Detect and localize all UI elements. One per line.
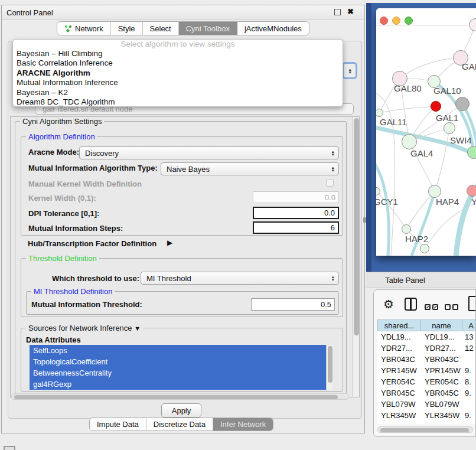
table-horizontal-thumb[interactable] — [380, 428, 469, 432]
mi-threshold-group: MI Threshold Definition Mutual Informati… — [26, 291, 339, 315]
network-node-gal4[interactable] — [402, 134, 417, 149]
tab-cyni-toolbox[interactable]: Cyni Toolbox — [179, 22, 237, 35]
node-label: GAL10 — [433, 86, 461, 96]
screen: Control Panel ✖ Network Style Select — [0, 0, 476, 450]
tab-label: Infer Network — [220, 420, 266, 429]
algorithm-definition-group: Algorithm Definition Aracne Mode: Discov… — [21, 136, 343, 236]
mi-algorithm-type-label: Mutual Information Algorithm Type: — [28, 164, 158, 172]
apply-button[interactable]: Apply — [161, 403, 201, 418]
table-row[interactable]: YPR145WYPR145W9. — [377, 365, 476, 376]
mi-steps-label: Mutual Information Steps: — [28, 224, 123, 233]
import-table-icon[interactable] — [468, 296, 476, 311]
gear-icon[interactable]: ⚙ — [383, 297, 394, 311]
table-window: ⚙ ✓✓ shared... name A YDL19...YDL19...13… — [373, 289, 476, 437]
docked-panel-icon[interactable] — [4, 446, 15, 450]
table-row[interactable]: YLR345WYLR345W9. — [377, 410, 476, 421]
tab-infer-network[interactable]: Infer Network — [213, 418, 273, 431]
dropdown-item-selected[interactable]: ARACNE Algorithm — [13, 69, 343, 78]
sources-title: Sources for Network Inference — [28, 324, 132, 332]
expand-right-icon[interactable]: ▶ — [167, 239, 172, 247]
group-title[interactable]: Sources for Network Inference ▼ — [26, 324, 143, 332]
network-node[interactable] — [420, 244, 429, 253]
group-title: Threshold Definition — [26, 254, 99, 263]
table-row[interactable]: YBR043CYBR043C — [377, 354, 476, 365]
settings-vertical-thumb[interactable] — [354, 118, 359, 335]
manual-kernel-width-checkbox[interactable] — [326, 179, 334, 187]
settings-horizontal-thumb[interactable] — [14, 395, 338, 399]
collapse-down-icon[interactable]: ▼ — [134, 325, 141, 332]
aracne-mode-combo[interactable]: Discovery ▲▼ — [79, 146, 339, 159]
node-label: Y — [471, 197, 476, 207]
table-horizontal-scrollbar[interactable] — [377, 426, 473, 433]
dpi-tolerance-label: DPI Tolerance [0,1]: — [28, 209, 99, 218]
node-label: GCY1 — [376, 197, 398, 207]
table-row[interactable]: YIL052CYIL052C9 — [377, 421, 476, 424]
settings-vertical-scrollbar[interactable] — [352, 117, 359, 397]
table-row[interactable]: YER054CYER054C8. — [377, 376, 476, 387]
table-row[interactable]: YBL079WYBL079W — [377, 399, 476, 410]
tab-style[interactable]: Style — [111, 22, 143, 35]
dropdown-item[interactable]: Mutual Information Inference — [13, 78, 343, 87]
hub-definition-label[interactable]: Hub/Transcription Factor Definition — [28, 239, 157, 248]
combo-value: Naive Bayes — [167, 165, 210, 174]
columns-icon[interactable] — [405, 298, 417, 311]
network-view-window[interactable]: GAL GAL80 GAL10 GAL11 GAL1 SWI4 GAL4 GCY… — [376, 8, 476, 256]
column-header[interactable]: name — [421, 319, 462, 331]
tab-label: Style — [118, 24, 135, 33]
network-node-swi4[interactable] — [467, 146, 476, 159]
close-icon[interactable]: ✖ — [347, 7, 354, 16]
manual-kernel-width-label: Manual Kernel Width Definition — [28, 180, 142, 188]
apply-label: Apply — [172, 406, 191, 415]
algorithm-dropdown-list: Select algorithm to view settings Bayesi… — [12, 39, 343, 107]
list-item[interactable]: gal4RGexp — [30, 379, 326, 390]
input-value: 0.0 — [324, 208, 335, 217]
spinner-icon: ▲▼ — [331, 166, 335, 172]
tab-select[interactable]: Select — [143, 22, 179, 35]
settings-horizontal-scrollbar[interactable] — [11, 393, 349, 400]
list-scrollbar[interactable] — [326, 345, 332, 390]
network-node-red[interactable] — [431, 101, 441, 112]
dpi-tolerance-input[interactable]: 0.0 — [253, 207, 339, 219]
list-item[interactable]: SelfLoops — [30, 345, 326, 356]
network-node-gray[interactable] — [455, 97, 470, 111]
deselect-all-checkboxes-icon[interactable] — [445, 301, 458, 312]
node-label: GAL11 — [380, 117, 407, 127]
table-panel-title: Table Panel — [385, 276, 425, 285]
which-threshold-combo[interactable]: MI Threshold ▲▼ — [141, 272, 339, 285]
tab-label: Select — [150, 24, 171, 33]
mi-steps-input[interactable]: 6 — [253, 221, 339, 234]
dropdown-item[interactable]: Bayesian – K2 — [13, 88, 343, 97]
kernel-width-label: Kernel Width (0,1): — [28, 194, 96, 203]
inference-algorithm-combo-fragment[interactable]: ▲▼ — [342, 62, 357, 79]
data-attributes-list[interactable]: SelfLoops TopologicalCoefficient Between… — [30, 345, 326, 390]
kernel-width-input[interactable]: 0.0 — [253, 191, 339, 203]
list-item[interactable]: BetweennessCentrality — [30, 367, 326, 379]
mi-threshold-input[interactable]: 0.5 — [251, 298, 335, 311]
input-value: 0.5 — [321, 300, 331, 309]
network-node-hap2[interactable] — [402, 224, 411, 234]
table-row[interactable]: YDL19...YDL19...13 — [377, 331, 476, 343]
select-all-checkboxes-icon[interactable]: ✓✓ — [425, 301, 438, 312]
dropdown-item[interactable]: Bayesian – Hill Climbing — [13, 49, 343, 58]
table-row[interactable]: YDR27...YDR27...12 — [377, 343, 476, 354]
tab-impute-data[interactable]: Impute Data — [90, 418, 146, 431]
tab-label: Cyni Toolbox — [186, 24, 230, 33]
tab-jactivemnodules[interactable]: jActiveMNodules — [237, 22, 309, 35]
tab-network[interactable]: Network — [57, 22, 111, 35]
network-node-salmon[interactable] — [467, 185, 476, 197]
group-title: Algorithm Definition — [26, 132, 97, 141]
spinner-icon: ▲▼ — [331, 150, 335, 156]
network-node-hap4[interactable] — [428, 185, 441, 198]
column-header[interactable]: A — [462, 319, 476, 331]
column-header[interactable]: shared... — [377, 319, 421, 331]
list-scrollbar-thumb[interactable] — [328, 346, 332, 383]
list-item[interactable]: TopologicalCoefficient — [30, 356, 326, 367]
network-node-gal1[interactable] — [444, 122, 455, 134]
table-row[interactable]: YBR045CYBR045C9. — [377, 387, 476, 399]
float-window-icon[interactable] — [334, 9, 341, 15]
dropdown-item[interactable]: Basic Correlation Inference — [13, 58, 343, 68]
tab-discretize-data[interactable]: Discretize Data — [146, 418, 213, 431]
dropdown-item[interactable]: Dream8 DC_TDC Algorithm — [13, 97, 343, 107]
network-desktop: GAL GAL80 GAL10 GAL11 GAL1 SWI4 GAL4 GCY… — [366, 3, 476, 272]
mi-algorithm-type-combo[interactable]: Naive Bayes ▲▼ — [161, 162, 339, 175]
